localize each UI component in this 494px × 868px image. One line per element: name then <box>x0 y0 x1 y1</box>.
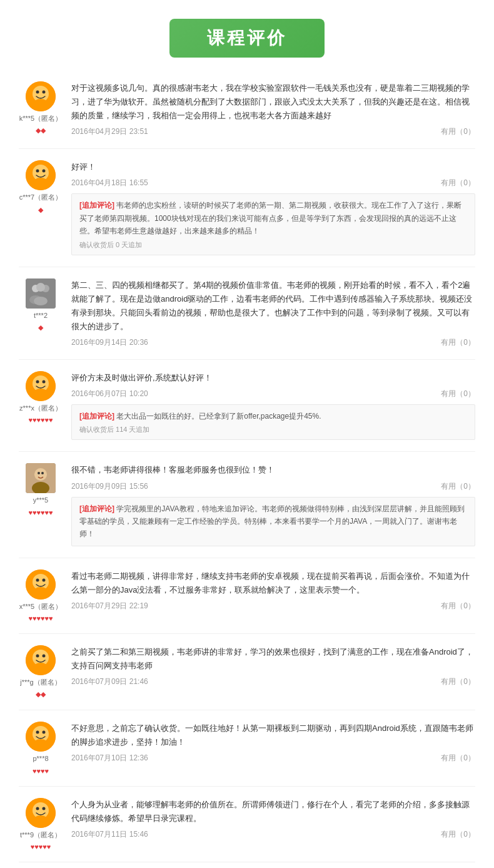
review-useful[interactable]: 有用（0） <box>441 389 475 399</box>
review-meta: 2016年07月09日 21:46有用（0） <box>71 677 475 687</box>
review-content: 不好意思，之前忘了确认收货。一如既往地好！从第一期裸板到二期驱动，再到四期And… <box>71 722 475 774</box>
svg-point-31 <box>33 587 48 597</box>
reviewer-name: t***9（匿名） <box>20 830 61 839</box>
avatar <box>26 569 56 600</box>
review-useful[interactable]: 有用（0） <box>441 178 475 188</box>
reviewer-name: k***5（匿名） <box>19 114 62 123</box>
reviewer-name: p***8 <box>33 754 48 763</box>
stars: ♥♥♥♥♥♥ <box>28 615 53 622</box>
review-content: 评价方未及时做出评价,系统默认好评！2016年06月07日 10:20有用（0）… <box>71 371 475 440</box>
review-meta: 2016年04月29日 23:51有用（0） <box>71 126 475 137</box>
review-item: l***y（匿名）◆◆老客户，站在巨人肩膀上看世界，感谢，因为看了三期视频找到了… <box>19 862 475 868</box>
review-content: 个人身为从业者，能够理解韦老师的价值所在。所谓师傅领进门，修行在个人，看完了老师… <box>71 798 475 850</box>
review-date: 2016年07月29日 22:19 <box>71 601 148 611</box>
review-text: 不好意思，之前忘了确认收货。一如既往地好！从第一期裸板到二期驱动，再到四期And… <box>71 722 475 749</box>
review-meta: 2016年09月09日 15:56有用（0） <box>71 481 475 492</box>
review-meta: 2016年04月18日 16:55有用（0） <box>71 178 475 188</box>
svg-point-35 <box>43 654 46 657</box>
review-date: 2016年07月10日 12:36 <box>71 753 148 763</box>
review-content: 看过韦老师二期视频，讲得非常好，继续支持韦老师的安卓视频，现在提前买着再说，后面… <box>71 569 475 622</box>
review-text: 个人身为从业者，能够理解韦老师的价值所在。所谓师傅领进门，修行在个人，看完了老师… <box>71 798 475 825</box>
svg-point-34 <box>36 654 39 657</box>
svg-point-25 <box>38 472 40 474</box>
reviewer-info: x***5（匿名）♥♥♥♥♥♥ <box>19 569 63 622</box>
stars: ◆◆ <box>36 690 46 698</box>
review-useful[interactable]: 有用（0） <box>441 677 475 687</box>
svg-point-19 <box>36 380 39 383</box>
review-date: 2016年04月18日 16:55 <box>71 178 148 188</box>
svg-point-46 <box>33 815 48 825</box>
review-useful[interactable]: 有用（0） <box>441 126 475 137</box>
svg-point-30 <box>43 578 46 581</box>
svg-point-26 <box>41 472 44 474</box>
review-text: 评价方未及时做出评价,系统默认好评！ <box>71 371 475 385</box>
reviewer-name: t***2 <box>34 311 48 320</box>
review-content: 好评！2016年04月18日 16:55有用（0）[追加评论] 韦老师的忠实粉丝… <box>71 160 475 255</box>
page-header: 课程评价 <box>0 0 494 70</box>
review-text: 对于这视频多说几句。真的很感谢韦老大，我在学校实验室跟软件一毛钱关系也没有，硬是… <box>71 81 475 123</box>
add-comment-label: [追加评论] <box>79 504 116 513</box>
svg-point-36 <box>33 663 48 673</box>
review-useful[interactable]: 有用（0） <box>441 337 475 348</box>
review-date: 2016年07月09日 21:46 <box>71 677 148 687</box>
stars: ♥♥♥♥♥♥ <box>28 416 53 424</box>
review-useful[interactable]: 有用（0） <box>441 601 475 611</box>
avatar <box>26 645 56 675</box>
svg-point-21 <box>33 389 48 399</box>
review-useful[interactable]: 有用（0） <box>441 829 475 840</box>
add-comment-label: [追加评论] <box>79 412 116 421</box>
add-comment-box: [追加评论] 学完视频里的JAVA教程，特地来追加评论。韦老师的视频做得特别棒，… <box>71 497 475 546</box>
add-comment-text: [追加评论] 老大出品一如既往的好。已经拿到了新offer,package提升4… <box>79 410 467 422</box>
review-date: 2016年09月14日 20:36 <box>71 337 148 348</box>
add-comment-footer: 确认收货后 0 天追加 <box>79 240 467 250</box>
review-text: 看过韦老师二期视频，讲得非常好，继续支持韦老师的安卓视频，现在提前买着再说，后面… <box>71 569 475 597</box>
svg-point-8 <box>43 170 46 173</box>
svg-point-23 <box>34 468 47 481</box>
reviewer-name: z***x（匿名） <box>19 404 62 412</box>
stars: ◆◆ <box>36 126 46 135</box>
svg-point-2 <box>36 91 39 94</box>
avatar <box>26 160 56 190</box>
add-comment-label: [追加评论] <box>79 201 116 210</box>
review-meta: 2016年07月29日 22:19有用（0） <box>71 601 475 611</box>
review-item: p***8♥♥♥♥不好意思，之前忘了确认收货。一如既往地好！从第一期裸板到二期驱… <box>19 710 475 786</box>
review-item: t***2◆第二、三、四的视频相继都买了。第4期的视频价值非常值。韦老师的视频，… <box>19 267 475 360</box>
review-useful[interactable]: 有用（0） <box>441 753 475 763</box>
review-meta: 2016年07月10日 12:36有用（0） <box>71 753 475 763</box>
review-item: k***5（匿名）◆◆对于这视频多说几句。真的很感谢韦老大，我在学校实验室跟软件… <box>19 70 475 149</box>
review-content: 第二、三、四的视频相继都买了。第4期的视频价值非常值。韦老师的视频，刚开始看的时… <box>71 278 475 348</box>
review-meta: 2016年07月11日 15:46有用（0） <box>71 829 475 840</box>
svg-point-45 <box>43 807 46 810</box>
avatar <box>26 463 56 493</box>
svg-point-41 <box>33 739 48 749</box>
review-date: 2016年07月11日 15:46 <box>71 829 148 840</box>
reviewer-info: j***g（匿名）◆◆ <box>19 645 63 698</box>
stars: ♥♥♥♥♥♥ <box>28 509 53 516</box>
review-content: 对于这视频多说几句。真的很感谢韦老大，我在学校实验室跟软件一毛钱关系也没有，硬是… <box>71 81 475 137</box>
svg-point-16 <box>34 297 48 305</box>
stars: ♥♥♥♥ <box>33 767 49 775</box>
stars: ◆ <box>38 206 43 214</box>
stars: ♥♥♥♥♥ <box>31 843 51 850</box>
svg-point-39 <box>36 731 39 734</box>
add-comment-footer: 确认收货后 114 天追加 <box>79 425 467 434</box>
avatar <box>26 722 56 752</box>
review-item: z***x（匿名）♥♥♥♥♥♥评价方未及时做出评价,系统默认好评！2016年06… <box>19 360 475 452</box>
review-text: 很不错，韦老师讲得很棒！客服老师服务也很到位！赞！ <box>71 463 475 477</box>
reviewer-name: j***g（匿名） <box>20 678 61 687</box>
review-useful[interactable]: 有用（0） <box>441 481 475 492</box>
reviewer-name: x***5（匿名） <box>19 602 62 611</box>
review-item: x***5（匿名）♥♥♥♥♥♥看过韦老师二期视频，讲得非常好，继续支持韦老师的安… <box>19 558 475 634</box>
svg-point-40 <box>43 731 46 734</box>
avatar <box>26 371 56 401</box>
review-date: 2016年06月07日 10:20 <box>71 389 148 399</box>
avatar <box>26 278 56 309</box>
reviewer-name: c***7（匿名） <box>19 193 62 202</box>
review-meta: 2016年06月07日 10:20有用（0） <box>71 389 475 399</box>
review-item: t***9（匿名）♥♥♥♥♥个人身为从业者，能够理解韦老师的价值所在。所谓师傅领… <box>19 787 475 862</box>
reviewer-info: c***7（匿名）◆ <box>19 160 63 255</box>
review-item: j***g（匿名）◆◆之前买了第二和第三期视频，韦老师讲的非常好，学习的效果也很… <box>19 634 475 710</box>
reviewer-info: y***5♥♥♥♥♥♥ <box>19 463 63 546</box>
review-content: 之前买了第二和第三期视频，韦老师讲的非常好，学习的效果也很好，找到了满意的工作，… <box>71 645 475 698</box>
reviews-container: k***5（匿名）◆◆对于这视频多说几句。真的很感谢韦老大，我在学校实验室跟软件… <box>0 70 494 868</box>
